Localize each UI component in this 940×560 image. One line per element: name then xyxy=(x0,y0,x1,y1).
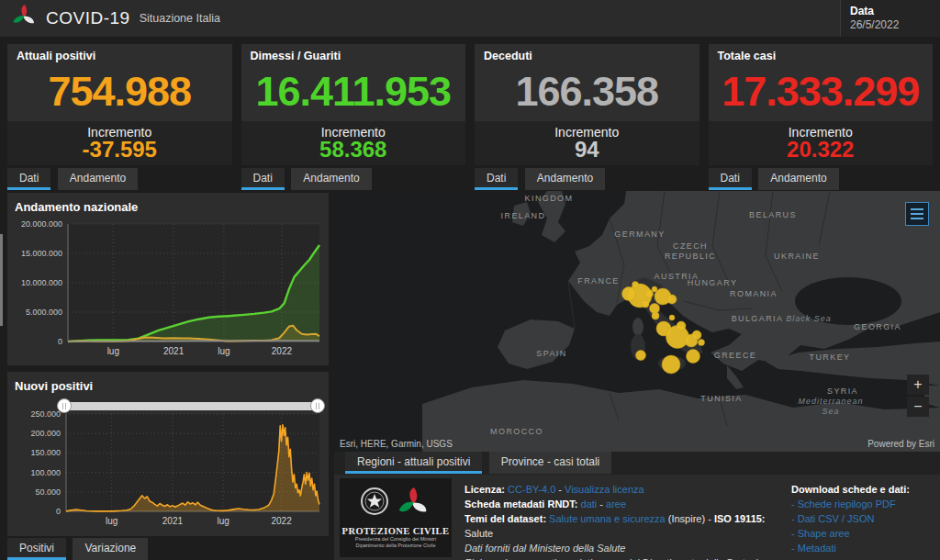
region-bubble[interactable] xyxy=(636,351,646,361)
black-sea xyxy=(795,277,901,325)
region-bubble[interactable] xyxy=(632,282,639,288)
tab-dati-guariti[interactable]: Dati xyxy=(241,168,285,190)
card-attuali-positivi: Attuali positivi 754.988 Incremento -37.… xyxy=(7,44,232,165)
y-tick-label: 0 xyxy=(58,337,62,346)
x-tick-label: lug xyxy=(107,346,119,356)
card-deceduti: Deceduti 166.358 Incremento 94 xyxy=(475,44,699,165)
y-tick-label: 15.000.000 xyxy=(21,249,62,258)
card-value: 16.411.953 xyxy=(251,62,457,121)
region-bubble[interactable] xyxy=(667,295,677,304)
region-bubble[interactable] xyxy=(669,315,675,320)
tab-positivi[interactable]: Positivi xyxy=(7,538,66,560)
protezione-civile-logo-icon xyxy=(11,4,37,33)
region-bubble[interactable] xyxy=(652,286,657,292)
y-tick-label: 200.000 xyxy=(30,429,61,438)
protezione-civile-icon xyxy=(397,487,428,514)
tab-province-casi-totali[interactable]: Province - casi totali xyxy=(489,452,611,474)
app-subtitle: Situazione Italia xyxy=(140,12,220,25)
card-title: Totale casi xyxy=(718,50,924,62)
card-value: 17.333.299 xyxy=(718,62,924,121)
tab-andamento-attuali[interactable]: Andamento xyxy=(58,168,138,190)
x-tick-label: 2021 xyxy=(163,346,185,356)
europe-map[interactable]: KINGDOMIRELANDGERMANYCZECHREPUBLICBELARU… xyxy=(334,191,940,452)
panel-nuovi-positivi: Nuovi positivi 050.000100.000150.000200.… xyxy=(7,372,329,536)
theme-label: Temi del dataset: xyxy=(464,513,546,524)
protezione-civile-logo-block: PROTEZIONE CIVILE Presidenza del Consigl… xyxy=(340,478,452,557)
map-attribution: Esri, HERE, Garmin, USGS xyxy=(340,439,453,449)
tab-dati-deceduti[interactable]: Dati xyxy=(475,168,518,190)
dashboard: COVID-19 Situazione Italia Data 26/5/202… xyxy=(0,0,940,560)
tab-andamento-guariti[interactable]: Andamento xyxy=(291,168,371,190)
map-zoom-out-button[interactable]: − xyxy=(907,397,929,417)
region-bubble[interactable] xyxy=(687,350,700,364)
download-csv-json-link[interactable]: - Dati CSV / JSON xyxy=(791,511,936,526)
tab-regioni-attuali-positivi[interactable]: Regioni - attuali positivi xyxy=(345,452,482,474)
nuovi-positivi-chart[interactable]: 050.000100.000150.000200.000250.000lug20… xyxy=(9,398,327,535)
license-link[interactable]: CC-BY-4.0 xyxy=(508,484,555,495)
legend-button[interactable] xyxy=(905,202,929,226)
scrollbar-thumb[interactable] xyxy=(0,234,3,326)
card-title: Attuali positivi xyxy=(17,50,223,62)
region-bubble[interactable] xyxy=(650,304,660,314)
download-shape-link[interactable]: - Shape aree xyxy=(791,526,936,541)
tab-dati-totale[interactable]: Dati xyxy=(709,168,752,190)
chart-title: Andamento nazionale xyxy=(7,193,329,214)
app-title: COVID-19 xyxy=(46,8,130,28)
x-tick-label: lug xyxy=(106,516,118,526)
download-pdf-link[interactable]: - Schede riepilogo PDF xyxy=(791,497,936,511)
map-zoom-in-button[interactable]: + xyxy=(907,375,929,395)
andamento-nazionale-chart[interactable]: 05.000.00010.000.00015.000.00020.000.000… xyxy=(9,215,327,364)
y-tick-label: 50.000 xyxy=(35,487,61,497)
y-tick-label: 250.000 xyxy=(30,409,61,419)
time-range-slider[interactable] xyxy=(64,402,318,410)
metadata-aree-link[interactable]: aree xyxy=(606,498,626,510)
region-bubble[interactable] xyxy=(642,300,649,308)
download-metadati-link[interactable]: - Metadati xyxy=(791,541,936,555)
panel-andamento-nazionale: Andamento nazionale 05.000.00010.000.000… xyxy=(7,193,329,365)
x-tick-label: lug xyxy=(217,516,229,526)
source-line: Dati forniti dal Ministero della Salute xyxy=(464,541,778,555)
tab-dati-attuali[interactable]: Dati xyxy=(7,168,50,190)
footer: PROTEZIONE CIVILE Presidenza del Consigl… xyxy=(334,475,940,560)
chart-title: Nuovi positivi xyxy=(7,372,329,393)
x-tick-label: lug xyxy=(218,346,229,356)
bottom-chart-tabs: Positivi Variazione xyxy=(7,538,151,560)
metadata-label: Scheda metadati RNDT: xyxy=(464,498,577,510)
region-bubble[interactable] xyxy=(662,355,680,374)
land-corsica xyxy=(632,318,643,336)
x-tick-label: 2022 xyxy=(271,516,292,526)
date-panel: Data 26/5/2022 xyxy=(840,0,940,37)
date-value: 26/5/2022 xyxy=(850,18,940,31)
license-label: Licenza: xyxy=(464,484,505,495)
org-name: PROTEZIONE CIVILE xyxy=(340,526,452,536)
card-value: 166.358 xyxy=(484,62,690,121)
license-view-link[interactable]: Visualizza licenza xyxy=(565,484,644,495)
y-tick-label: 100.000 xyxy=(30,468,61,477)
region-bubble[interactable] xyxy=(622,287,636,301)
region-bubble[interactable] xyxy=(692,330,701,340)
downloads: Download schede e dati: - Schede riepilo… xyxy=(786,475,940,560)
slider-handle-left[interactable] xyxy=(57,398,72,413)
tab-andamento-deceduti[interactable]: Andamento xyxy=(525,168,605,190)
header-bar: COVID-19 Situazione Italia Data 26/5/202… xyxy=(0,0,940,37)
region-bubble[interactable] xyxy=(677,321,686,330)
org-sub2: Dipartimento della Protezione Civile xyxy=(340,543,452,549)
increment-value: 58.368 xyxy=(241,140,466,160)
x-tick-label: 2022 xyxy=(272,346,293,356)
region-bubble[interactable] xyxy=(645,290,654,298)
theme-link[interactable]: Salute umana e sicurezza xyxy=(549,513,666,524)
italy-emblem-icon xyxy=(362,488,387,514)
date-label: Data xyxy=(850,5,940,17)
y-tick-label: 10.000.000 xyxy=(21,278,62,287)
legend-list-icon xyxy=(911,208,923,219)
metadata-dati-link[interactable]: dati xyxy=(581,498,598,510)
x-tick-label: 2021 xyxy=(162,516,184,526)
region-bubble[interactable] xyxy=(699,340,705,346)
org-sub1: Presidenza del Consiglio dei Ministri xyxy=(340,536,452,543)
tab-andamento-totale[interactable]: Andamento xyxy=(758,168,838,190)
tab-variazione[interactable]: Variazione xyxy=(73,538,148,560)
region-bubble[interactable] xyxy=(652,312,659,319)
dataset-info: Licenza: CC-BY-4.0 - Visualizza licenza … xyxy=(452,475,786,560)
increment-value: -37.595 xyxy=(7,140,232,160)
slider-handle-right[interactable] xyxy=(310,398,325,413)
